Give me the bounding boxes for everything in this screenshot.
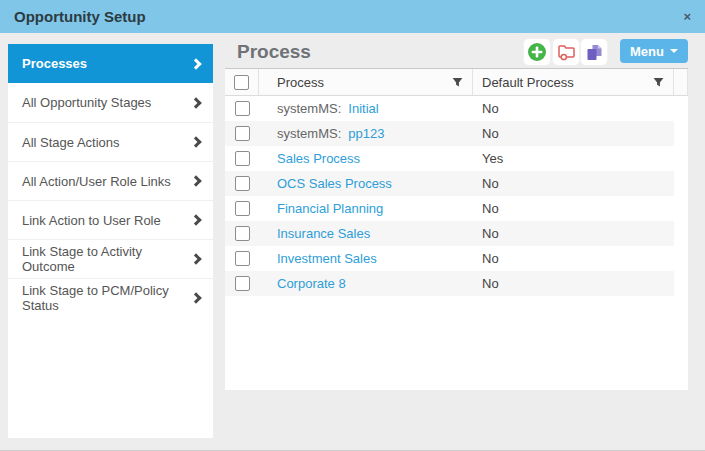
table-row: Insurance Sales No xyxy=(225,221,674,246)
process-link[interactable]: Sales Process xyxy=(277,151,360,166)
table-row: systemMS: pp123 No xyxy=(225,121,674,146)
row-checkbox[interactable] xyxy=(235,276,250,291)
table-row: OCS Sales Process No xyxy=(225,171,674,196)
sidebar-item-label: All Action/User Role Links xyxy=(22,174,171,189)
row-checkbox[interactable] xyxy=(235,176,250,191)
row-checkbox-cell xyxy=(225,251,259,266)
default-process-cell: No xyxy=(473,126,674,141)
process-cell: OCS Sales Process xyxy=(259,176,473,191)
default-process-cell: No xyxy=(473,226,674,241)
chevron-right-icon xyxy=(190,214,201,225)
row-checkbox-cell xyxy=(225,201,259,216)
process-prefix: systemMS: xyxy=(277,101,341,116)
process-link[interactable]: Investment Sales xyxy=(277,251,377,266)
copy-process-button[interactable] xyxy=(581,39,607,65)
add-button[interactable] xyxy=(524,39,550,65)
add-icon xyxy=(527,42,547,62)
process-link[interactable]: Financial Planning xyxy=(277,201,383,216)
folder-remove-icon xyxy=(557,43,576,61)
default-process-cell: No xyxy=(473,276,674,291)
sidebar: Processes All Opportunity Stages All Sta… xyxy=(8,44,213,438)
row-checkbox-cell xyxy=(225,176,259,191)
sidebar-item-label: All Stage Actions xyxy=(22,135,120,150)
delete-process-button[interactable] xyxy=(553,39,579,65)
filter-icon[interactable] xyxy=(452,77,463,88)
opportunity-setup-dialog: Opportunity Setup × Processes All Opport… xyxy=(0,0,705,451)
row-checkbox-cell xyxy=(225,126,259,141)
row-checkbox[interactable] xyxy=(235,101,250,116)
table-row: Financial Planning No xyxy=(225,196,674,221)
row-checkbox[interactable] xyxy=(235,226,250,241)
dialog-title: Opportunity Setup xyxy=(14,8,146,25)
header-spacer xyxy=(674,69,688,95)
table-row: systemMS: Initial No xyxy=(225,96,674,121)
process-cell: Financial Planning xyxy=(259,201,473,216)
sidebar-item-processes[interactable]: Processes xyxy=(8,44,213,83)
sidebar-item-label: All Opportunity Stages xyxy=(22,95,151,110)
sidebar-item-label: Link Action to User Role xyxy=(22,213,161,228)
chevron-right-icon xyxy=(190,58,201,69)
process-cell: Insurance Sales xyxy=(259,226,473,241)
filter-icon[interactable] xyxy=(653,77,664,88)
table-body: systemMS: Initial No systemMS: pp123 No … xyxy=(225,96,688,296)
column-header-label: Process xyxy=(277,75,324,90)
process-cell: systemMS: pp123 xyxy=(259,126,473,141)
row-checkbox[interactable] xyxy=(235,201,250,216)
chevron-right-icon xyxy=(190,253,201,264)
menu-button[interactable]: Menu xyxy=(620,39,688,63)
process-link[interactable]: Corporate 8 xyxy=(277,276,346,291)
caret-down-icon xyxy=(670,49,678,53)
chevron-right-icon xyxy=(190,97,201,108)
column-header-default-process: Default Process xyxy=(473,69,674,95)
process-prefix: systemMS: xyxy=(277,126,341,141)
sidebar-item-label: Processes xyxy=(22,56,87,71)
default-process-cell: No xyxy=(473,201,674,216)
default-process-cell: No xyxy=(473,101,674,116)
table-row: Investment Sales No xyxy=(225,246,674,271)
chevron-right-icon xyxy=(190,136,201,147)
sidebar-item-all-action-user-role-links[interactable]: All Action/User Role Links xyxy=(8,161,213,200)
row-checkbox-cell xyxy=(225,276,259,291)
row-checkbox-cell xyxy=(225,151,259,166)
row-checkbox[interactable] xyxy=(235,126,250,141)
process-cell: Sales Process xyxy=(259,151,473,166)
select-all-cell xyxy=(225,69,259,95)
process-link[interactable]: Insurance Sales xyxy=(277,226,370,241)
column-header-process: Process xyxy=(259,69,473,95)
process-cell: Investment Sales xyxy=(259,251,473,266)
chevron-right-icon xyxy=(190,292,201,303)
select-all-checkbox[interactable] xyxy=(234,75,249,90)
dialog-titlebar: Opportunity Setup × xyxy=(0,0,705,33)
close-icon[interactable]: × xyxy=(683,10,691,23)
sidebar-item-all-opportunity-stages[interactable]: All Opportunity Stages xyxy=(8,83,213,122)
menu-button-label: Menu xyxy=(630,44,664,59)
column-header-label: Default Process xyxy=(482,75,574,90)
copy-icon xyxy=(585,43,604,62)
process-cell: Corporate 8 xyxy=(259,276,473,291)
sidebar-item-link-action-to-user-role[interactable]: Link Action to User Role xyxy=(8,200,213,239)
row-checkbox[interactable] xyxy=(235,151,250,166)
row-checkbox-cell xyxy=(225,226,259,241)
table-row: Sales Process Yes xyxy=(225,146,674,171)
sidebar-item-label: Link Stage to PCM/Policy Status xyxy=(22,283,192,313)
process-link[interactable]: OCS Sales Process xyxy=(277,176,392,191)
table-header-row: Process Default Process xyxy=(225,69,688,96)
process-cell: systemMS: Initial xyxy=(259,101,473,116)
default-process-cell: No xyxy=(473,251,674,266)
chevron-right-icon xyxy=(190,175,201,186)
process-link[interactable]: Initial xyxy=(348,101,378,116)
row-checkbox-cell xyxy=(225,101,259,116)
process-table: Process Default Process systemMS: Initia… xyxy=(225,68,688,390)
table-row: Corporate 8 No xyxy=(225,271,674,296)
sidebar-item-all-stage-actions[interactable]: All Stage Actions xyxy=(8,122,213,161)
sidebar-item-link-stage-to-activity-outcome[interactable]: Link Stage to Activity Outcome xyxy=(8,239,213,278)
page-title: Process xyxy=(237,41,311,63)
default-process-cell: Yes xyxy=(473,151,674,166)
sidebar-item-label: Link Stage to Activity Outcome xyxy=(22,244,192,274)
process-link[interactable]: pp123 xyxy=(348,126,384,141)
sidebar-item-link-stage-to-pcm-policy-status[interactable]: Link Stage to PCM/Policy Status xyxy=(8,278,213,317)
row-checkbox[interactable] xyxy=(235,251,250,266)
default-process-cell: No xyxy=(473,176,674,191)
